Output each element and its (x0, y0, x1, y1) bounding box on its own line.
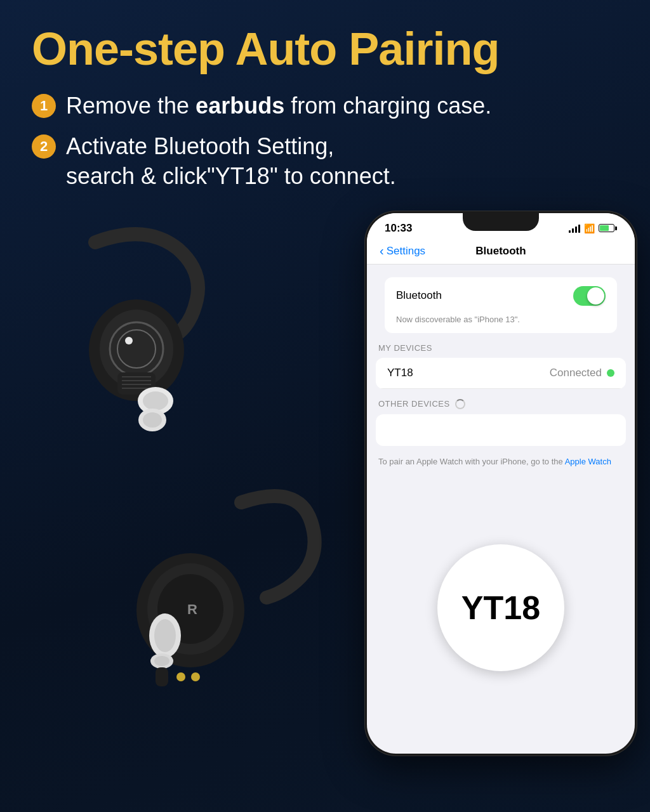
navigation-bar: ‹ Settings Bluetooth (367, 239, 635, 265)
svg-point-2 (125, 337, 133, 344)
bluetooth-label: Bluetooth (396, 289, 442, 302)
svg-rect-24 (156, 667, 168, 686)
device-yt18-row[interactable]: YT18 Connected (376, 358, 626, 389)
phone-screen: 10:33 📶 (367, 213, 635, 754)
other-devices-label: OTHER DEVICES (378, 399, 450, 409)
connected-dot-icon (607, 369, 614, 377)
page-title: One-step Auto Pairing (32, 25, 618, 74)
devices-list: YT18 Connected (376, 358, 626, 389)
phone-notch (463, 213, 539, 231)
page-container: One-step Auto Pairing 1 Remove the earbu… (0, 0, 650, 812)
bluetooth-toggle-row: Bluetooth (385, 277, 617, 315)
apple-watch-footer: To pair an Apple Watch with your iPhone,… (367, 446, 635, 478)
other-devices-header: OTHER DEVICES (367, 389, 635, 414)
status-time: 10:33 (385, 222, 412, 235)
step-1: 1 Remove the earbuds from charging case. (32, 91, 618, 121)
back-chevron-icon: ‹ (380, 244, 384, 258)
connected-label: Connected (550, 367, 602, 379)
svg-point-13 (143, 412, 162, 428)
yt18-popup-bubble: YT18 (437, 544, 564, 671)
battery-icon (599, 224, 617, 232)
svg-point-11 (143, 391, 168, 410)
steps-list: 1 Remove the earbuds from charging case.… (32, 91, 618, 192)
svg-point-23 (154, 656, 169, 666)
svg-point-21 (154, 619, 176, 652)
step-2-number: 2 (32, 134, 56, 159)
phone-outer-shell: 10:33 📶 (364, 211, 637, 756)
bluetooth-toggle[interactable] (573, 286, 606, 306)
svg-text:R: R (187, 601, 197, 617)
svg-point-19 (191, 672, 200, 681)
phone-mockup: 10:33 📶 (364, 211, 637, 756)
loading-spinner-icon (455, 399, 465, 409)
device-name: YT18 (387, 367, 413, 379)
my-devices-header: MY DEVICES (367, 333, 635, 358)
content-area: R 10 (32, 211, 618, 763)
other-devices-box (376, 414, 626, 446)
footer-text: To pair an Apple Watch with your iPhone, (378, 457, 531, 466)
nav-title: Bluetooth (475, 245, 526, 258)
earbuds-svg: R (19, 211, 330, 763)
go-to-the-text: go to the (531, 457, 565, 466)
back-button[interactable]: ‹ Settings (380, 244, 425, 258)
step-1-text: Remove the earbuds from charging case. (66, 91, 491, 121)
toggle-knob (587, 287, 604, 304)
earbuds-illustration: R (19, 211, 330, 763)
back-label: Settings (387, 245, 425, 258)
device-status: Connected (550, 367, 614, 379)
status-icons: 📶 (569, 223, 617, 233)
svg-point-18 (176, 672, 185, 681)
step-2-text: Activate Bluetooth Setting,search & clic… (66, 132, 396, 192)
signal-icon (569, 224, 580, 233)
step-2: 2 Activate Bluetooth Setting,search & cl… (32, 132, 618, 192)
step-1-number: 1 (32, 94, 56, 118)
wifi-icon: 📶 (584, 223, 595, 233)
yt18-popup-text: YT18 (461, 589, 540, 627)
bluetooth-section: Bluetooth Now discoverable as "iPhone 13… (376, 277, 626, 333)
apple-watch-link[interactable]: Apple Watch (565, 457, 611, 466)
bluetooth-card: Bluetooth Now discoverable as "iPhone 13… (385, 277, 617, 333)
discoverable-text: Now discoverable as "iPhone 13". (385, 315, 617, 333)
